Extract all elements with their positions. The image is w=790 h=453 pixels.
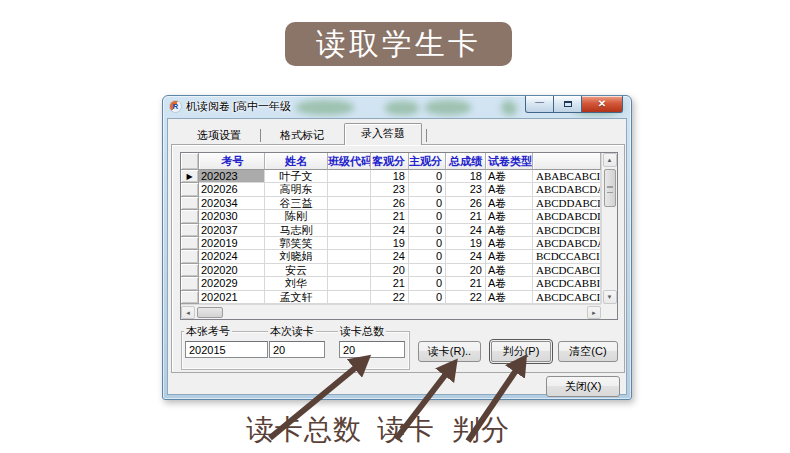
cell-objective[interactable]: 18: [371, 170, 409, 183]
cell-class-code[interactable]: [328, 264, 371, 277]
cell-total[interactable]: 24: [446, 224, 486, 237]
read-card-button[interactable]: 读卡(R)..: [418, 341, 481, 362]
cell-total[interactable]: 24: [446, 250, 486, 263]
cell-objective[interactable]: 21: [371, 210, 409, 223]
cell-name[interactable]: 郭笑笑: [265, 237, 328, 250]
cell-objective[interactable]: 23: [371, 183, 409, 196]
cell-name[interactable]: 刘晓娟: [265, 250, 328, 263]
cell-exam-no[interactable]: 202026: [199, 183, 265, 196]
cell-total[interactable]: 18: [446, 170, 486, 183]
table-row[interactable]: 202037马志刚24024A卷ABCDCDCBI: [181, 224, 601, 237]
cell-class-code[interactable]: [328, 224, 371, 237]
cell-answers[interactable]: ABCDDABCI: [533, 197, 601, 210]
cell-subjective[interactable]: 0: [409, 291, 446, 304]
table-row[interactable]: ▶202023叶子文18018A卷ABABCABCI: [181, 170, 601, 183]
vertical-scrollbar[interactable]: ▲ ▼: [601, 153, 617, 304]
tab-input-answers[interactable]: 录入答题: [344, 123, 422, 145]
cell-answers[interactable]: ABABCABCI: [533, 170, 601, 183]
close-dialog-button[interactable]: 关闭(X): [546, 376, 620, 397]
cell-answers[interactable]: ABCDABCDA: [533, 183, 601, 196]
cell-paper-type[interactable]: A卷: [486, 277, 533, 290]
cell-subjective[interactable]: 0: [409, 250, 446, 263]
cell-subjective[interactable]: 0: [409, 197, 446, 210]
cell-paper-type[interactable]: A卷: [486, 210, 533, 223]
cell-paper-type[interactable]: A卷: [486, 170, 533, 183]
cell-subjective[interactable]: 0: [409, 183, 446, 196]
cell-paper-type[interactable]: A卷: [486, 291, 533, 304]
cell-paper-type[interactable]: A卷: [486, 224, 533, 237]
cell-answers[interactable]: ABCDCDCBI: [533, 224, 601, 237]
cell-subjective[interactable]: 0: [409, 237, 446, 250]
cell-exam-no[interactable]: 202023: [199, 170, 265, 183]
table-row[interactable]: 202029刘华21021A卷ABCDCABBI: [181, 277, 601, 290]
cell-exam-no[interactable]: 202024: [199, 250, 265, 263]
cell-class-code[interactable]: [328, 197, 371, 210]
header-objective[interactable]: 客观分: [371, 153, 409, 170]
total-cards-read-input[interactable]: [339, 341, 405, 358]
table-row[interactable]: 202034谷三益26026A卷ABCDDABCI: [181, 197, 601, 210]
row-selector-button[interactable]: [181, 183, 199, 196]
cell-subjective[interactable]: 0: [409, 170, 446, 183]
grade-button-outer[interactable]: 判分(P): [489, 339, 553, 364]
horizontal-scrollbar[interactable]: ◄ ►: [181, 304, 601, 319]
cell-name[interactable]: 刘华: [265, 277, 328, 290]
cell-answers[interactable]: ABCDCABCI: [533, 264, 601, 277]
current-exam-no-input[interactable]: [185, 341, 268, 358]
cell-objective[interactable]: 24: [371, 224, 409, 237]
table-row[interactable]: 202021孟文轩22022A卷ABCDCABCI: [181, 291, 601, 304]
horizontal-scroll-thumb[interactable]: [197, 307, 223, 318]
cell-objective[interactable]: 22: [371, 291, 409, 304]
header-class-code[interactable]: 班级代码: [328, 153, 371, 170]
cell-exam-no[interactable]: 202034: [199, 197, 265, 210]
cell-class-code[interactable]: [328, 170, 371, 183]
cell-objective[interactable]: 24: [371, 250, 409, 263]
current-row-marker[interactable]: ▶: [181, 170, 199, 183]
cell-answers[interactable]: ABCDCABBI: [533, 277, 601, 290]
cell-total[interactable]: 23: [446, 183, 486, 196]
cell-name[interactable]: 谷三益: [265, 197, 328, 210]
cell-paper-type[interactable]: A卷: [486, 183, 533, 196]
grade-button[interactable]: 判分(P): [491, 341, 551, 362]
cell-subjective[interactable]: 0: [409, 264, 446, 277]
table-row[interactable]: 202026高明东23023A卷ABCDABCDA: [181, 183, 601, 196]
cell-objective[interactable]: 19: [371, 237, 409, 250]
scroll-up-icon[interactable]: ▲: [603, 153, 617, 167]
table-row[interactable]: 202030陈刚21021A卷ABCDABCDI: [181, 210, 601, 223]
scroll-down-icon[interactable]: ▼: [603, 290, 617, 304]
cell-class-code[interactable]: [328, 237, 371, 250]
cell-subjective[interactable]: 0: [409, 224, 446, 237]
cell-answers[interactable]: ABCDCABCI: [533, 291, 601, 304]
header-answers[interactable]: [533, 153, 601, 170]
header-total[interactable]: 总成绩: [446, 153, 486, 170]
cell-answers[interactable]: ABCDABCDI: [533, 210, 601, 223]
table-row[interactable]: 202024刘晓娟24024A卷BCDCCABCI: [181, 250, 601, 263]
minimize-button[interactable]: —: [525, 96, 554, 113]
cell-name[interactable]: 高明东: [265, 183, 328, 196]
row-selector-button[interactable]: [181, 224, 199, 237]
cell-name[interactable]: 安云: [265, 264, 328, 277]
scroll-right-icon[interactable]: ►: [587, 306, 601, 319]
cell-total[interactable]: 21: [446, 210, 486, 223]
table-row[interactable]: 202020安云20020A卷ABCDCABCI: [181, 264, 601, 277]
cell-exam-no[interactable]: 202019: [199, 237, 265, 250]
cell-answers[interactable]: ABCDABCDA: [533, 237, 601, 250]
cards-this-read-input[interactable]: [269, 341, 325, 358]
maximize-button[interactable]: [554, 96, 581, 113]
cell-exam-no[interactable]: 202029: [199, 277, 265, 290]
row-selector-button[interactable]: [181, 277, 199, 290]
cell-subjective[interactable]: 0: [409, 210, 446, 223]
cell-class-code[interactable]: [328, 250, 371, 263]
cell-class-code[interactable]: [328, 277, 371, 290]
table-row[interactable]: 202019郭笑笑19019A卷ABCDABCDA: [181, 237, 601, 250]
cell-objective[interactable]: 26: [371, 197, 409, 210]
cell-name[interactable]: 叶子文: [265, 170, 328, 183]
cell-exam-no[interactable]: 202020: [199, 264, 265, 277]
vertical-scroll-thumb[interactable]: [604, 169, 616, 207]
cell-objective[interactable]: 21: [371, 277, 409, 290]
row-selector-button[interactable]: [181, 291, 199, 304]
row-selector-button[interactable]: [181, 264, 199, 277]
cell-paper-type[interactable]: A卷: [486, 197, 533, 210]
cell-objective[interactable]: 20: [371, 264, 409, 277]
cell-exam-no[interactable]: 202030: [199, 210, 265, 223]
cell-total[interactable]: 22: [446, 291, 486, 304]
